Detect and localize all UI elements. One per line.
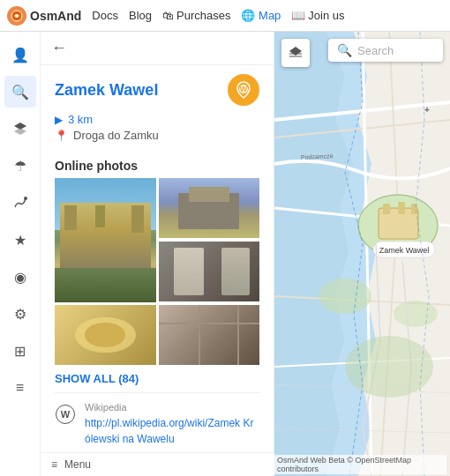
photos-section-title: Online photos	[41, 152, 274, 178]
pin-icon: 📍	[55, 130, 68, 142]
grid-icon[interactable]: ⊞	[4, 335, 36, 367]
route-row: 📍 Droga do Zamku	[55, 129, 259, 142]
svg-text:W: W	[240, 85, 248, 93]
join-link[interactable]: 📖 Join us	[291, 9, 344, 22]
menu-icon[interactable]: ≡	[4, 372, 36, 404]
menu-label: Menu	[64, 458, 91, 471]
place-meta: ▶ 3 km 📍 Droga do Zamku	[41, 109, 274, 152]
layers-icon[interactable]	[4, 113, 36, 145]
distance-row: ▶ 3 km	[55, 113, 259, 126]
map-search-placeholder: Search	[357, 44, 394, 57]
arrow-right-icon: ▶	[55, 114, 63, 126]
globe-icon: 🌐	[241, 9, 255, 22]
search-icon[interactable]: 🔍	[4, 76, 36, 108]
wikipedia-url[interactable]: http://pl.wikipedia.org/wiki/Zamek Króle…	[85, 417, 253, 445]
svg-text:+: +	[424, 105, 430, 115]
bottom-menu-bar: ≡ Menu	[41, 452, 274, 476]
place-detail-panel: ← Zamek Wawel W ▶ 3 km 📍 Droga do Zamku	[41, 32, 274, 476]
wikipedia-icon: W	[55, 404, 76, 425]
brand-name: OsmAnd	[30, 9, 81, 23]
map-search-bar[interactable]: 🔍 Search	[328, 39, 443, 62]
map-area[interactable]: Zamek Wawel Podzamcze +	[274, 32, 450, 476]
show-all-button[interactable]: SHOW ALL (84)	[41, 365, 274, 392]
logo-area: OsmAnd	[7, 6, 81, 26]
svg-point-3	[24, 197, 27, 200]
place-title-row: Zamek Wawel W	[41, 65, 274, 109]
photo-5[interactable]	[159, 305, 260, 365]
distance-value: 3 km	[68, 113, 93, 126]
route-icon[interactable]	[4, 187, 36, 219]
blog-link[interactable]: Blog	[129, 9, 152, 22]
photo-3[interactable]	[159, 242, 260, 302]
photo-2[interactable]	[159, 178, 260, 239]
main-area: 👤 🔍 ☂ ★ ◉ ⚙ ⊞ ≡ ← Zamek Wawel	[0, 32, 450, 476]
book-icon: 📖	[291, 9, 305, 22]
svg-point-22	[394, 301, 438, 327]
svg-rect-17	[398, 202, 405, 214]
svg-rect-16	[383, 204, 390, 214]
photo-4[interactable]	[55, 305, 156, 365]
settings-icon[interactable]: ⚙	[4, 298, 36, 330]
photos-grid	[41, 178, 274, 365]
wikipedia-label: Wikipedia	[85, 402, 259, 413]
person-icon[interactable]: 👤	[4, 39, 36, 71]
map-layer-button[interactable]	[281, 39, 310, 67]
svg-point-21	[319, 279, 371, 314]
route-label: Droga do Zamku	[73, 129, 159, 142]
sidebar-icons: 👤 🔍 ☂ ★ ◉ ⚙ ⊞ ≡	[0, 32, 41, 476]
favorites-icon[interactable]: ★	[4, 224, 36, 256]
map-search-icon: 🔍	[337, 43, 352, 57]
photo-1[interactable]	[55, 178, 156, 302]
place-title: Zamek Wawel	[55, 81, 158, 100]
docs-link[interactable]: Docs	[92, 9, 118, 22]
logo-icon	[7, 6, 26, 26]
purchases-icon: 🛍	[162, 9, 174, 22]
wikipedia-content: Wikipedia http://pl.wikipedia.org/wiki/Z…	[85, 402, 259, 446]
back-button[interactable]: ←	[51, 39, 67, 57]
location-icon[interactable]: ◉	[4, 261, 36, 293]
weather-icon[interactable]: ☂	[4, 150, 36, 182]
svg-marker-2	[14, 128, 26, 135]
wikipedia-item: W Wikipedia http://pl.wikipedia.org/wiki…	[55, 392, 259, 455]
place-badge: W	[228, 74, 259, 106]
purchases-link[interactable]: 🛍 Purchases	[162, 9, 230, 22]
menu-hamburger-icon: ≡	[51, 458, 57, 471]
panel-header: ←	[41, 32, 274, 65]
top-navigation: OsmAnd Docs Blog 🛍 Purchases 🌐 Map 📖 Joi…	[0, 0, 450, 32]
map-link[interactable]: 🌐 Map	[241, 9, 281, 22]
map-attribution: OsmAnd Web Beta © OpenStreetMap contribu…	[274, 455, 446, 474]
